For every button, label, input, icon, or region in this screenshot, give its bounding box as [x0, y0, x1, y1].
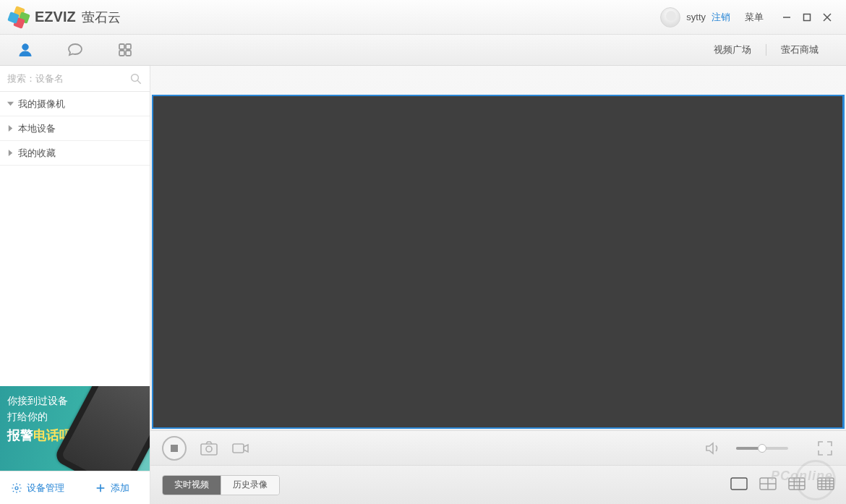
layout-4x4-icon — [817, 477, 834, 490]
nav-links: 视频广场 萤石商城 — [150, 35, 846, 65]
layout-2x2-button[interactable] — [759, 477, 777, 493]
search-row — [0, 66, 150, 92]
layout-selector — [730, 477, 834, 493]
window-close-button[interactable] — [817, 7, 837, 27]
tab-history-video[interactable]: 历史录像 — [221, 476, 279, 495]
snapshot-button[interactable] — [200, 440, 218, 456]
link-ezviz-mall[interactable]: 萤石商城 — [766, 43, 833, 56]
svg-rect-1 — [804, 14, 811, 20]
svg-rect-8 — [126, 51, 131, 56]
promo-banner[interactable]: 你接到过设备 打给你的 报警电话吗？ — [0, 386, 150, 471]
avatar[interactable] — [660, 7, 680, 27]
svg-marker-11 — [7, 102, 14, 106]
svg-rect-20 — [731, 478, 747, 490]
stop-icon — [171, 445, 178, 452]
footer-bar: 实时视频 历史录像 — [150, 465, 846, 504]
username-label[interactable]: sytty — [686, 12, 706, 22]
grid-icon — [116, 41, 134, 59]
tree-item-my-cameras[interactable]: 我的摄像机 — [0, 92, 150, 116]
sidebar-bottom-actions: 设备管理 添加 — [0, 471, 150, 504]
layout-3x3-button[interactable] — [788, 477, 806, 493]
sidebar: 我的摄像机 本地设备 我的收藏 你接到过设备 打给你的 报警电话吗？ — [0, 66, 150, 504]
nav-bar: 视频广场 萤石商城 — [0, 35, 846, 66]
plus-icon — [95, 482, 106, 494]
ezviz-pinwheel-icon — [9, 7, 29, 27]
svg-rect-24 — [789, 478, 805, 490]
fullscreen-icon — [816, 440, 834, 456]
tree-label: 我的收藏 — [18, 147, 56, 160]
svg-point-9 — [132, 74, 139, 81]
person-icon — [17, 41, 34, 59]
svg-point-4 — [22, 44, 27, 50]
device-management-button[interactable]: 设备管理 — [0, 482, 75, 495]
main-area: 我的摄像机 本地设备 我的收藏 你接到过设备 打给你的 报警电话吗？ — [0, 66, 846, 504]
video-camera-icon — [231, 440, 250, 456]
device-management-label: 设备管理 — [27, 482, 64, 495]
chevron-right-icon — [7, 150, 14, 156]
svg-rect-6 — [126, 44, 131, 49]
brand-subtext: 萤石云 — [82, 9, 121, 26]
svg-line-10 — [137, 80, 141, 84]
add-device-label: 添加 — [111, 482, 129, 495]
chevron-down-icon — [7, 101, 14, 107]
video-mode-tabs: 实时视频 历史录像 — [162, 475, 280, 495]
svg-point-18 — [206, 446, 212, 452]
layout-1x1-icon — [730, 477, 748, 490]
search-input[interactable] — [7, 73, 129, 84]
chat-bubble-icon — [67, 41, 84, 59]
minimize-icon — [782, 13, 791, 22]
window-maximize-button[interactable] — [797, 7, 817, 27]
camera-icon — [200, 440, 218, 456]
layout-2x2-icon — [759, 477, 777, 490]
svg-rect-5 — [119, 44, 124, 49]
stop-button[interactable] — [162, 436, 187, 461]
svg-point-14 — [15, 487, 18, 490]
device-tree: 我的摄像机 本地设备 我的收藏 — [0, 92, 150, 166]
brand-text: EZVIZ — [35, 9, 76, 25]
video-viewport-wrap — [150, 66, 846, 430]
tree-item-local-devices[interactable]: 本地设备 — [0, 116, 150, 141]
window-minimize-button[interactable] — [777, 7, 797, 27]
title-bar: EZVIZ 萤石云 sytty 注销 菜单 — [0, 0, 846, 35]
close-icon — [823, 13, 832, 22]
record-button[interactable] — [231, 440, 250, 456]
tab-messages[interactable] — [50, 41, 100, 59]
app-logo: EZVIZ 萤石云 — [9, 7, 121, 27]
search-icon[interactable] — [129, 72, 142, 85]
volume-slider[interactable] — [736, 447, 788, 450]
svg-marker-12 — [9, 125, 12, 132]
tree-label: 我的摄像机 — [18, 98, 65, 111]
add-device-button[interactable]: 添加 — [75, 482, 150, 495]
logout-link[interactable]: 注销 — [712, 11, 730, 24]
content-area: 实时视频 历史录像 — [150, 66, 846, 504]
tree-item-favorites[interactable]: 我的收藏 — [0, 141, 150, 166]
playback-control-bar — [150, 430, 846, 465]
svg-marker-13 — [9, 150, 12, 156]
speaker-icon — [704, 440, 723, 456]
sidebar-spacer — [0, 166, 150, 386]
chevron-right-icon — [7, 125, 14, 132]
volume-button[interactable] — [704, 440, 723, 456]
video-viewport[interactable] — [152, 95, 845, 429]
nav-tabs — [0, 35, 150, 65]
svg-rect-19 — [233, 444, 244, 453]
link-video-plaza[interactable]: 视频广场 — [699, 43, 766, 56]
tab-devices[interactable] — [0, 41, 50, 59]
svg-rect-7 — [119, 51, 124, 56]
tab-live-video[interactable]: 实时视频 — [163, 476, 221, 495]
gear-icon — [11, 482, 22, 494]
fullscreen-button[interactable] — [816, 440, 834, 456]
menu-button[interactable]: 菜单 — [745, 11, 764, 24]
maximize-icon — [803, 13, 811, 22]
tree-label: 本地设备 — [18, 122, 56, 135]
tab-apps[interactable] — [100, 41, 150, 59]
layout-4x4-button[interactable] — [817, 477, 834, 493]
layout-3x3-icon — [788, 477, 806, 490]
layout-1x1-button[interactable] — [730, 477, 748, 493]
